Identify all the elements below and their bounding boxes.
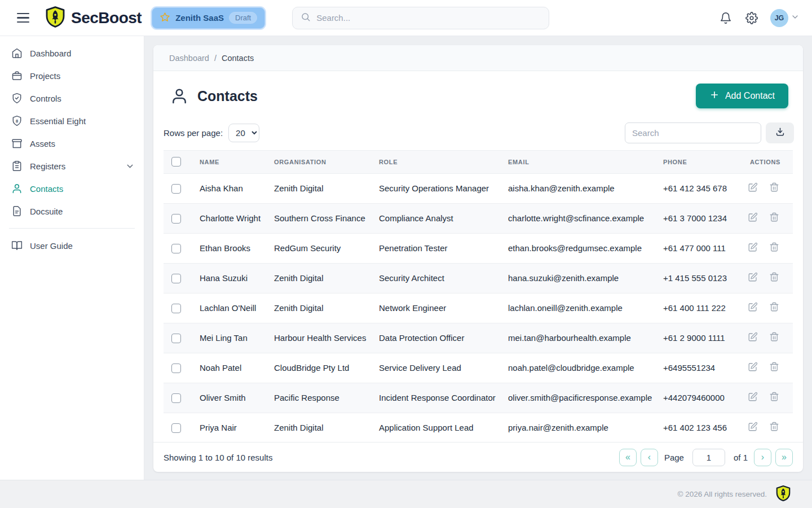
cell-name: Aisha Khan bbox=[192, 173, 266, 203]
cell-email: hana.suzuki@zenith.example bbox=[500, 263, 655, 293]
row-checkbox[interactable] bbox=[171, 244, 181, 253]
rows-per-page-label: Rows per page: bbox=[164, 128, 223, 138]
edit-row-button[interactable] bbox=[747, 391, 759, 405]
prev-page-button[interactable]: ‹ bbox=[641, 449, 658, 466]
row-checkbox[interactable] bbox=[171, 184, 181, 194]
sidebar-item-docsuite[interactable]: Docsuite bbox=[0, 200, 144, 222]
global-search-input[interactable] bbox=[316, 13, 541, 23]
column-header-phone[interactable]: PHONE bbox=[655, 151, 732, 173]
shield-eight-icon: 8 bbox=[11, 115, 23, 126]
cell-role: Incident Response Coordinator bbox=[371, 383, 500, 413]
sidebar-item-dashboard[interactable]: Dashboard bbox=[0, 42, 144, 64]
cell-name: Noah Patel bbox=[192, 353, 266, 383]
cell-organisation: Harbour Health Services bbox=[266, 323, 371, 353]
select-all-checkbox[interactable] bbox=[171, 157, 181, 167]
edit-row-button[interactable] bbox=[747, 241, 759, 255]
user-menu[interactable]: JG bbox=[770, 9, 800, 27]
edit-row-button[interactable] bbox=[747, 301, 759, 315]
cell-email: lachlan.oneill@zenith.example bbox=[500, 293, 655, 323]
row-checkbox[interactable] bbox=[171, 334, 181, 343]
sidebar-item-label: Assets bbox=[30, 139, 55, 148]
cell-organisation: Zenith Digital bbox=[266, 293, 371, 323]
delete-row-button[interactable] bbox=[768, 391, 780, 405]
cell-phone: +1 415 555 0123 bbox=[655, 263, 732, 293]
cell-phone: +442079460000 bbox=[655, 383, 732, 413]
sidebar-item-registers[interactable]: Registers bbox=[0, 155, 144, 177]
cell-name: Mei Ling Tan bbox=[192, 323, 266, 353]
row-checkbox[interactable] bbox=[171, 423, 181, 433]
delete-row-button[interactable] bbox=[768, 211, 780, 225]
column-header-role[interactable]: ROLE bbox=[371, 151, 500, 173]
sidebar-item-projects[interactable]: Projects bbox=[0, 64, 144, 87]
row-checkbox[interactable] bbox=[171, 214, 181, 224]
cell-name: Charlotte Wright bbox=[192, 203, 266, 233]
page-of-label: of 1 bbox=[734, 453, 748, 462]
delete-row-button[interactable] bbox=[768, 331, 780, 345]
cell-phone: +61 477 000 111 bbox=[655, 233, 732, 263]
edit-row-button[interactable] bbox=[747, 421, 759, 435]
row-checkbox[interactable] bbox=[171, 304, 181, 313]
row-checkbox[interactable] bbox=[171, 274, 181, 283]
row-checkbox[interactable] bbox=[171, 393, 181, 403]
sidebar-item-controls[interactable]: Controls bbox=[0, 87, 144, 110]
column-header-name[interactable]: NAME bbox=[192, 151, 266, 173]
edit-row-button[interactable] bbox=[747, 331, 759, 345]
delete-row-button[interactable] bbox=[768, 181, 780, 195]
delete-row-button[interactable] bbox=[768, 361, 780, 375]
sidebar-item-contacts[interactable]: Contacts bbox=[0, 177, 144, 200]
delete-row-button[interactable] bbox=[768, 271, 780, 285]
trash-icon bbox=[769, 305, 779, 314]
cell-organisation: Zenith Digital bbox=[266, 413, 371, 442]
breadcrumb: Dashboard / Contacts bbox=[153, 45, 803, 71]
edit-pencil-icon bbox=[748, 425, 758, 433]
export-download-button[interactable] bbox=[766, 122, 794, 143]
delete-row-button[interactable] bbox=[768, 421, 780, 435]
rows-per-page-select[interactable]: 20 bbox=[228, 124, 259, 142]
breadcrumb-dashboard-link[interactable]: Dashboard bbox=[169, 54, 209, 63]
briefcase-icon bbox=[11, 70, 23, 81]
sidebar-item-assets[interactable]: Assets bbox=[0, 132, 144, 155]
sidebar-item-essential-eight[interactable]: 8 Essential Eight bbox=[0, 110, 144, 132]
cell-phone: +61 2 9000 1111 bbox=[655, 323, 732, 353]
global-search bbox=[292, 7, 549, 29]
org-selector-chip[interactable]: Zenith SaaS Draft bbox=[152, 7, 265, 29]
cell-email: charlotte.wright@scfinance.example bbox=[500, 203, 655, 233]
table-search-input[interactable] bbox=[625, 122, 761, 143]
edit-row-button[interactable] bbox=[747, 271, 759, 285]
pagination-controls: « ‹ Page of 1 › » bbox=[619, 449, 793, 466]
next-page-button[interactable]: › bbox=[754, 449, 771, 466]
edit-row-button[interactable] bbox=[747, 181, 759, 195]
row-checkbox[interactable] bbox=[171, 364, 181, 373]
cell-email: priya.nair@zenith.example bbox=[500, 413, 655, 442]
book-icon bbox=[11, 240, 23, 251]
search-icon bbox=[301, 12, 311, 24]
page-number-input[interactable] bbox=[692, 449, 725, 466]
column-header-email[interactable]: EMAIL bbox=[500, 151, 655, 173]
breadcrumb-separator: / bbox=[214, 54, 217, 63]
sidebar-item-label: User Guide bbox=[30, 241, 73, 251]
last-page-button[interactable]: » bbox=[775, 449, 793, 466]
delete-row-button[interactable] bbox=[768, 301, 780, 315]
add-contact-button[interactable]: Add Contact bbox=[696, 84, 788, 108]
hamburger-menu-icon[interactable] bbox=[15, 11, 32, 25]
table-controls: Rows per page: 20 bbox=[153, 121, 803, 150]
edit-row-button[interactable] bbox=[747, 211, 759, 225]
chevron-down-icon bbox=[125, 161, 135, 171]
delete-row-button[interactable] bbox=[768, 241, 780, 255]
first-page-button[interactable]: « bbox=[619, 449, 637, 466]
table-row: Ethan Brooks RedGum Security Penetration… bbox=[164, 233, 793, 263]
page-label: Page bbox=[664, 453, 684, 462]
page-title: Contacts bbox=[197, 88, 258, 104]
avatar: JG bbox=[770, 9, 788, 27]
sidebar-item-user-guide[interactable]: User Guide bbox=[0, 234, 144, 257]
cell-role: Application Support Lead bbox=[371, 413, 500, 442]
column-header-actions: ACTIONS bbox=[732, 151, 793, 173]
notifications-bell-icon[interactable] bbox=[718, 11, 733, 25]
cell-organisation: CloudBridge Pty Ltd bbox=[266, 353, 371, 383]
settings-gear-icon[interactable] bbox=[744, 11, 759, 25]
edit-row-button[interactable] bbox=[747, 361, 759, 375]
table-row: Oliver Smith Pacific Response Incident R… bbox=[164, 383, 793, 413]
column-header-organisation[interactable]: ORGANISATION bbox=[266, 151, 371, 173]
contacts-table: NAME ORGANISATION ROLE EMAIL PHONE ACTIO… bbox=[164, 151, 793, 442]
edit-pencil-icon bbox=[748, 216, 758, 224]
